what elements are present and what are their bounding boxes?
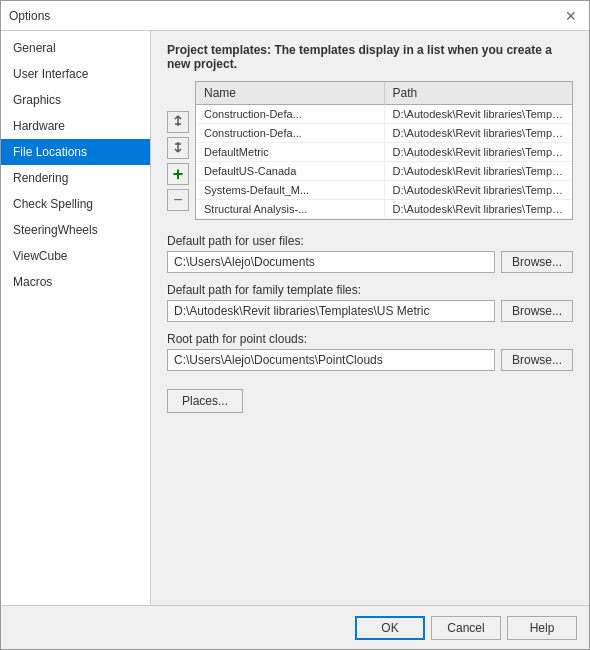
table-row[interactable]: Construction-Defa... D:\Autodesk\Revit l… bbox=[196, 124, 572, 143]
row-name: Systems-Default_M... bbox=[196, 181, 384, 200]
sidebar-item-steering-wheels[interactable]: SteeringWheels bbox=[1, 217, 150, 243]
point-clouds-row: Browse... bbox=[167, 349, 573, 371]
col-path: Path bbox=[384, 82, 572, 105]
row-path: D:\Autodesk\Revit libraries\Templates\US… bbox=[384, 162, 572, 181]
user-files-label: Default path for user files: bbox=[167, 234, 573, 248]
table-row[interactable]: Construction-Defa... D:\Autodesk\Revit l… bbox=[196, 105, 572, 124]
sidebar-item-general[interactable]: General bbox=[1, 35, 150, 61]
row-name: Structural Analysis-... bbox=[196, 200, 384, 219]
family-template-input[interactable] bbox=[167, 300, 495, 322]
templates-table-wrapper: Name Path Construction-Defa... D:\Autode… bbox=[195, 81, 573, 220]
sidebar-item-hardware[interactable]: Hardware bbox=[1, 113, 150, 139]
sidebar-item-macros[interactable]: Macros bbox=[1, 269, 150, 295]
options-dialog: Options ✕ General User Interface Graphic… bbox=[0, 0, 590, 650]
row-name: DefaultUS-Canada bbox=[196, 162, 384, 181]
point-clouds-label: Root path for point clouds: bbox=[167, 332, 573, 346]
sidebar-item-check-spelling[interactable]: Check Spelling bbox=[1, 191, 150, 217]
family-template-group: Default path for family template files: … bbox=[167, 283, 573, 322]
row-path: D:\Autodesk\Revit libraries\Templates\US… bbox=[384, 143, 572, 162]
section-title: Project templates: The templates display… bbox=[167, 43, 573, 71]
row-path: D:\Autodesk\Revit libraries\Templates\US… bbox=[384, 124, 572, 143]
user-files-input[interactable] bbox=[167, 251, 495, 273]
cancel-button[interactable]: Cancel bbox=[431, 616, 501, 640]
user-files-browse-button[interactable]: Browse... bbox=[501, 251, 573, 273]
sidebar-item-viewcube[interactable]: ViewCube bbox=[1, 243, 150, 269]
main-content: Project templates: The templates display… bbox=[151, 31, 589, 605]
move-up-button[interactable] bbox=[167, 111, 189, 133]
template-controls: + − bbox=[167, 81, 189, 220]
user-files-group: Default path for user files: Browse... bbox=[167, 234, 573, 273]
dialog-footer: OK Cancel Help bbox=[1, 605, 589, 649]
point-clouds-input[interactable] bbox=[167, 349, 495, 371]
sidebar: General User Interface Graphics Hardware… bbox=[1, 31, 151, 605]
remove-template-button[interactable]: − bbox=[167, 189, 189, 211]
templates-area: + − Name Path Construction-De bbox=[167, 81, 573, 220]
templates-table: Name Path Construction-Defa... D:\Autode… bbox=[196, 82, 572, 219]
row-path: D:\Autodesk\Revit libraries\Templates\US… bbox=[384, 181, 572, 200]
table-row[interactable]: DefaultMetric D:\Autodesk\Revit librarie… bbox=[196, 143, 572, 162]
places-button[interactable]: Places... bbox=[167, 389, 243, 413]
table-header-row: Name Path bbox=[196, 82, 572, 105]
row-name: DefaultMetric bbox=[196, 143, 384, 162]
title-bar: Options ✕ bbox=[1, 1, 589, 31]
table-row[interactable]: DefaultUS-Canada D:\Autodesk\Revit libra… bbox=[196, 162, 572, 181]
family-template-row: Browse... bbox=[167, 300, 573, 322]
sidebar-item-graphics[interactable]: Graphics bbox=[1, 87, 150, 113]
move-down-button[interactable] bbox=[167, 137, 189, 159]
dialog-title: Options bbox=[9, 9, 50, 23]
dialog-body: General User Interface Graphics Hardware… bbox=[1, 31, 589, 605]
sidebar-item-user-interface[interactable]: User Interface bbox=[1, 61, 150, 87]
col-name: Name bbox=[196, 82, 384, 105]
row-name: Construction-Defa... bbox=[196, 124, 384, 143]
sidebar-item-file-locations[interactable]: File Locations bbox=[1, 139, 150, 165]
ok-button[interactable]: OK bbox=[355, 616, 425, 640]
user-files-row: Browse... bbox=[167, 251, 573, 273]
row-path: D:\Autodesk\Revit libraries\Templates\US… bbox=[384, 105, 572, 124]
row-path: D:\Autodesk\Revit libraries\Templates\US… bbox=[384, 200, 572, 219]
section-label: Project templates: bbox=[167, 43, 271, 57]
point-clouds-group: Root path for point clouds: Browse... bbox=[167, 332, 573, 371]
family-template-label: Default path for family template files: bbox=[167, 283, 573, 297]
family-template-browse-button[interactable]: Browse... bbox=[501, 300, 573, 322]
close-button[interactable]: ✕ bbox=[561, 6, 581, 26]
table-row[interactable]: Structural Analysis-... D:\Autodesk\Revi… bbox=[196, 200, 572, 219]
help-button[interactable]: Help bbox=[507, 616, 577, 640]
sidebar-item-rendering[interactable]: Rendering bbox=[1, 165, 150, 191]
point-clouds-browse-button[interactable]: Browse... bbox=[501, 349, 573, 371]
row-name: Construction-Defa... bbox=[196, 105, 384, 124]
table-row[interactable]: Systems-Default_M... D:\Autodesk\Revit l… bbox=[196, 181, 572, 200]
add-template-button[interactable]: + bbox=[167, 163, 189, 185]
